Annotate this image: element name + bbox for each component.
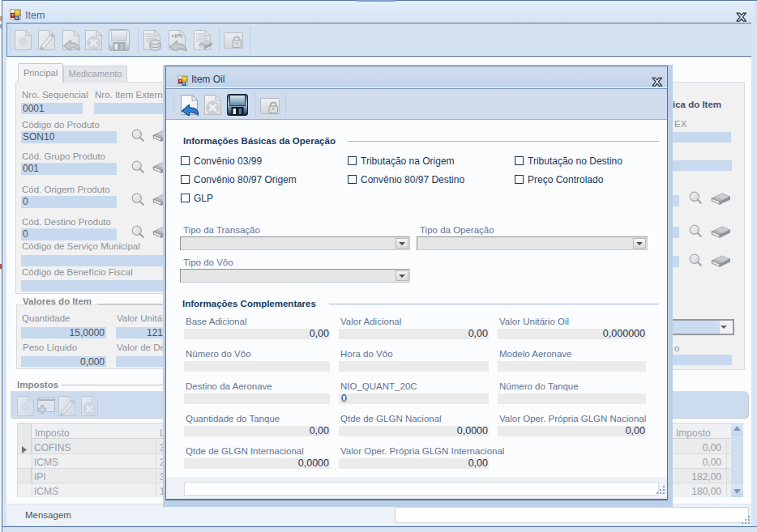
svg-text:+IPI: +IPI (171, 32, 182, 40)
